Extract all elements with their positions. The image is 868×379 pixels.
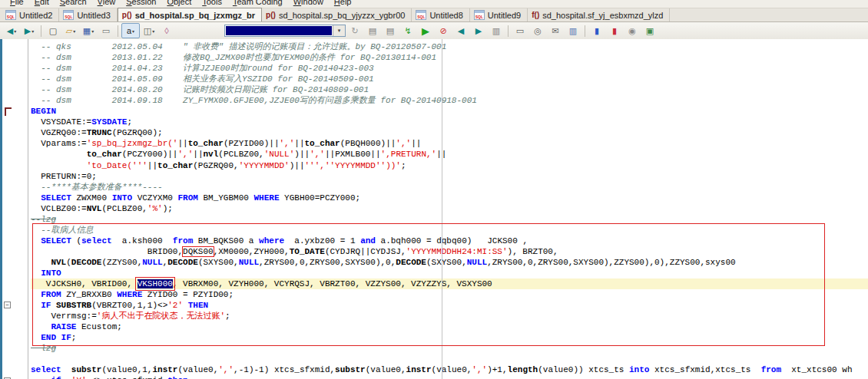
code-token: substr (335, 365, 366, 374)
menu-item-edit[interactable]: Edit (29, 0, 55, 8)
code-token: END IF (41, 333, 71, 342)
highlight-toggle-button[interactable]: a▾ (121, 23, 140, 38)
code-line: FROM ZY_BRXXB0 WHERE ZYID00 = PZYID00; (31, 289, 868, 300)
team-lock-button[interactable]: ◉ (624, 24, 641, 38)
code-token: (PGZRQ00); (112, 128, 163, 137)
code-token: BRID00, (31, 247, 183, 256)
procedure-icon: p() (266, 11, 276, 19)
execute-button[interactable]: ▶ (417, 24, 434, 38)
code-token: NULL (467, 258, 487, 267)
code-token: ZY_BRXXB0 (61, 290, 118, 299)
open-file-button[interactable]: ▱▾ (62, 24, 79, 38)
code-token: )|| (290, 161, 305, 170)
refresh-button[interactable]: ↻ (346, 24, 363, 38)
code-token: TRUNC (87, 128, 112, 137)
code-token: (PGZRQ00, (193, 161, 238, 170)
script-button[interactable]: ▤ (382, 24, 399, 38)
code-token: ||PXMLB00|| (325, 150, 381, 159)
menu-item-view[interactable]: View (92, 0, 121, 8)
code-token: xtcs_sfxmid,xtcs_ts (649, 365, 760, 374)
code-token: ZWXM00 (71, 193, 112, 203)
code-line: SELECT (select a.ksh000 from BM_BQKS00 a… (31, 236, 868, 246)
tab-sd_hospital.sp_bq_jzxmgz_br[interactable]: p()sd_hospital.sp_bq_jzxmgz_br (118, 8, 262, 21)
printer-button[interactable]: ▭ (512, 24, 528, 38)
describe-button[interactable]: ▤ (364, 24, 381, 38)
team-browser-button[interactable]: ▣ (641, 24, 658, 38)
code-token: SUBSTRB (56, 301, 91, 310)
menu-item-tools[interactable]: Tools (197, 0, 227, 8)
menu-item-search[interactable]: Search (55, 0, 92, 8)
code-token: '%' (147, 204, 163, 213)
tab-sd_hospital.sp_bq_yjyzzx_ygbr00[interactable]: p()sd_hospital.sp_bq_yjyzzx_ygbr00 (262, 8, 412, 21)
menu-item-object[interactable]: Object (161, 0, 197, 8)
stop-button[interactable]: ⊘ (435, 24, 452, 38)
run-script-button[interactable]: ↯ (399, 24, 416, 38)
code-token: Vparams:= (31, 139, 87, 148)
code-token: (value0, (432, 365, 472, 374)
clear-button[interactable]: ◊ (158, 24, 175, 38)
email-button[interactable]: ✉ (547, 24, 564, 38)
code-token: WHERE (253, 193, 279, 203)
menu-item-help[interactable]: Help (329, 0, 357, 8)
code-token: || (147, 161, 157, 170)
code-token: DECODE (71, 258, 102, 267)
code-token: NVL (87, 204, 102, 213)
code-line: -- dsm 2014.04.23 计算JZJE00时加round for BQ… (31, 63, 868, 74)
menu-item-team-coding[interactable]: Team Coding (227, 0, 288, 8)
toolbar-separator (585, 25, 585, 37)
save-button[interactable]: ▦▾ (80, 24, 97, 38)
print-preview-button[interactable]: ◎ (529, 24, 546, 38)
code-area[interactable]: -- qks 2012.05.04 " 非收费" 描述说明的记账项目：允许过账。… (28, 39, 868, 379)
code-token: ',' (472, 365, 487, 374)
sql-recall-combobox[interactable]: ▾ (224, 25, 346, 37)
code-token (61, 365, 71, 374)
code-token: instr (152, 365, 177, 374)
code-token: <> xtcs_sfxmid (87, 376, 168, 379)
code-token: (SXYS00, (426, 258, 467, 267)
tab-sd_hospital.sf_yj_esbxmzd_ylzd[interactable]: f()sd_hospital.sf_yj_esbxmzd_ylzd (528, 8, 670, 21)
code-token: VCLBZ00:= (31, 204, 87, 213)
team-checkout-button[interactable]: ▮ (588, 24, 605, 38)
code-token: FROM (177, 193, 197, 203)
tab-untitled8[interactable]: SQLUntitled8 (412, 8, 469, 21)
code-token: Verrmsg:= (31, 311, 97, 321)
code-editor[interactable]: −− -- qks 2012.05.04 " 非收费" 描述说明的记账项目：允许… (0, 39, 868, 379)
code-token: FROM (41, 290, 61, 299)
tab-untitled9[interactable]: SQLUntitled9 (470, 8, 528, 21)
export-icon: ▥ (569, 26, 577, 36)
tab-label: Untitled8 (429, 11, 462, 20)
code-token: ',' (310, 150, 325, 159)
code-token: then (167, 376, 187, 379)
code-token: --****基本参数准备****---- (31, 183, 163, 192)
next-statement-button[interactable]: ▶ (470, 24, 487, 38)
current-line: VJCKSH0, VBRID00, VKSH000, VBRXM00, VZYH… (31, 278, 868, 289)
forward-button[interactable]: ▶▾ (21, 24, 38, 38)
export-button[interactable]: ▥ (565, 24, 581, 38)
menu-item-session[interactable]: Session (121, 0, 161, 8)
code-token: ; (401, 161, 406, 170)
code-token: (value0)) xtcs_ts (538, 365, 629, 374)
code-line: --取病人信息 (31, 225, 868, 236)
print-button[interactable]: ▭ (98, 24, 114, 38)
tab-label: sd_hospital.sp_bq_jzxmgz_br (135, 11, 255, 20)
combobox-dropdown-arrow-icon[interactable]: ▾ (333, 25, 345, 36)
editor-gutter[interactable]: −− (2, 39, 28, 379)
compile-button[interactable]: ▥ (488, 24, 505, 38)
code-token: BM_BQKS00 a (193, 236, 259, 246)
previous-statement-button[interactable]: ◀ (452, 24, 469, 38)
team-browser-icon: ▣ (646, 26, 654, 36)
code-line: to_char(PCZY000)||','||nvl(PCLBZ00,'NULL… (31, 149, 868, 160)
tab-untitled3[interactable]: SQLUntitled3 (59, 8, 117, 21)
window-layout-button[interactable]: ◫▾ (141, 24, 157, 38)
menu-item-window[interactable]: Window (288, 0, 329, 8)
back-button[interactable]: ◀▾ (3, 24, 20, 38)
team-checkin-button[interactable]: ▮ (606, 24, 623, 38)
tab-untitled2[interactable]: SQLUntitled2 (2, 8, 59, 21)
menu-item-file[interactable]: File (5, 0, 29, 8)
new-file-button[interactable]: ▢ (45, 24, 61, 38)
code-token (31, 236, 41, 246)
dropdown-caret-icon: ▾ (152, 28, 154, 34)
code-token: IF (41, 301, 51, 310)
fold-collapse-icon[interactable]: − (4, 302, 11, 308)
code-token: lzg (31, 344, 56, 353)
